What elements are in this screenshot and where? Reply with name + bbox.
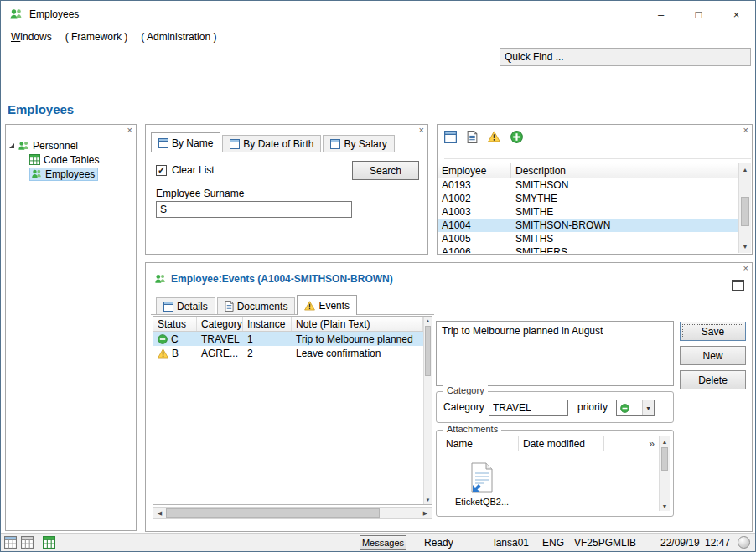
events-panel-title: Employee:Events (A1004-SMITHSON-BROWN) bbox=[171, 273, 393, 285]
scroll-left-icon[interactable]: ◀ bbox=[153, 508, 166, 518]
form-icon bbox=[158, 138, 168, 148]
menu-windows[interactable]: Windows bbox=[4, 31, 59, 43]
delete-button[interactable]: Delete bbox=[680, 370, 746, 389]
scroll-up-icon[interactable]: ▲ bbox=[424, 317, 432, 325]
col-status[interactable]: Status bbox=[153, 317, 197, 331]
title-bar: Employees – □ × bbox=[1, 1, 755, 28]
clear-list-label[interactable]: Clear List bbox=[172, 164, 215, 176]
menu-administration[interactable]: ( Administration ) bbox=[134, 31, 223, 43]
status-user: lansa01 bbox=[494, 537, 529, 549]
search-button[interactable]: Search bbox=[352, 161, 419, 180]
surname-input[interactable] bbox=[156, 201, 352, 218]
scroll-thumb[interactable] bbox=[661, 447, 668, 471]
save-button[interactable]: Save bbox=[680, 322, 746, 341]
close-icon[interactable]: × bbox=[127, 125, 132, 136]
scroll-right-icon[interactable]: ▶ bbox=[419, 508, 432, 518]
category-label: Category bbox=[443, 401, 484, 413]
event-row[interactable]: B AGRE... 2 Leave confirmation bbox=[153, 346, 423, 360]
details-view-icon[interactable] bbox=[444, 131, 457, 143]
table-row[interactable]: A0193SMITHSON bbox=[438, 178, 738, 192]
col-note[interactable]: Note (Plain Text) bbox=[292, 317, 423, 331]
document-icon bbox=[225, 301, 234, 312]
scroll-down-icon[interactable]: ▼ bbox=[739, 240, 751, 253]
tab-label: Events bbox=[318, 300, 350, 312]
close-button[interactable]: × bbox=[717, 1, 755, 28]
tree-item-label: Personnel bbox=[33, 140, 78, 152]
menu-framework[interactable]: ( Framework ) bbox=[59, 31, 135, 43]
results-panel: × Employee Description A0193SMITHSON A10… bbox=[437, 124, 753, 255]
table-row[interactable]: A1003SMITHE bbox=[438, 205, 738, 219]
status-ok-icon bbox=[158, 334, 168, 344]
maximize-pane-icon[interactable] bbox=[732, 280, 744, 291]
warning-icon[interactable] bbox=[488, 131, 500, 142]
scroll-thumb[interactable] bbox=[166, 508, 380, 518]
document-icon[interactable] bbox=[467, 131, 478, 143]
tab-label: By Salary bbox=[344, 138, 386, 150]
form-icon bbox=[330, 139, 340, 149]
tree-item-personnel[interactable]: Personnel bbox=[6, 138, 136, 152]
tree-item-employees[interactable]: Employees bbox=[26, 167, 136, 181]
results-toolbar bbox=[444, 131, 751, 159]
tab-label: By Name bbox=[172, 137, 213, 149]
col-name[interactable]: Name bbox=[442, 436, 519, 451]
scroll-up-icon[interactable]: ▲ bbox=[739, 163, 751, 176]
tab-by-date-of-birth[interactable]: By Date of Birth bbox=[222, 135, 321, 152]
event-row-selected[interactable]: C TRAVEL 1 Trip to Melbourne planned bbox=[153, 332, 423, 346]
tab-by-name[interactable]: By Name bbox=[151, 132, 220, 152]
chevron-down-icon[interactable]: ▾ bbox=[642, 400, 654, 415]
events-horizontal-scrollbar[interactable]: ◀ ▶ bbox=[153, 507, 432, 519]
results-scrollbar[interactable]: ▲ ▼ bbox=[738, 163, 751, 253]
table-row[interactable]: A1006SMITHERS bbox=[438, 245, 738, 253]
clear-list-checkbox[interactable]: ✓ bbox=[156, 165, 167, 176]
tab-events[interactable]: Events bbox=[297, 295, 357, 315]
table-row[interactable]: A1002SMYTHE bbox=[438, 192, 738, 205]
page-title: Employees bbox=[8, 102, 74, 116]
attachment-file-item[interactable]: EticketQB2... bbox=[450, 462, 514, 507]
minimize-button[interactable]: – bbox=[642, 1, 680, 28]
green-grid-icon[interactable] bbox=[43, 536, 56, 549]
tab-label: By Date of Birth bbox=[243, 138, 313, 150]
events-table: Status Category Instance Note (Plain Tex… bbox=[153, 316, 432, 505]
close-icon[interactable]: × bbox=[743, 263, 748, 274]
grid-icon[interactable] bbox=[21, 536, 34, 549]
col-date-modified[interactable]: Date modified bbox=[519, 436, 604, 451]
people-icon bbox=[154, 273, 166, 285]
messages-button[interactable]: Messages bbox=[360, 535, 406, 550]
tab-documents[interactable]: Documents bbox=[217, 297, 296, 314]
tab-by-salary[interactable]: By Salary bbox=[323, 135, 394, 152]
events-vertical-scrollbar[interactable]: ▲ ▼ bbox=[423, 317, 432, 504]
attachments-scrollbar[interactable]: ▲ ▼ bbox=[659, 436, 670, 511]
calendar-grid-icon[interactable] bbox=[4, 536, 18, 549]
col-instance[interactable]: Instance bbox=[243, 317, 292, 331]
people-icon bbox=[31, 168, 42, 179]
scroll-thumb[interactable] bbox=[425, 326, 431, 376]
attachments-group: Attachments Name Date modified » Eticket… bbox=[436, 430, 674, 517]
menu-bar: Windows ( Framework ) ( Administration ) bbox=[1, 28, 755, 46]
status-date: 22/09/19 bbox=[660, 537, 700, 549]
tab-details[interactable]: Details bbox=[156, 297, 215, 314]
expander-icon[interactable] bbox=[9, 143, 14, 148]
quick-find[interactable]: Quick Find ... bbox=[500, 48, 751, 66]
priority-label: priority bbox=[577, 401, 608, 413]
scroll-down-icon[interactable]: ▼ bbox=[660, 501, 670, 511]
priority-dropdown[interactable]: ▾ bbox=[616, 400, 655, 416]
col-description[interactable]: Description bbox=[511, 163, 738, 178]
maximize-button[interactable]: □ bbox=[680, 1, 717, 28]
category-group-legend: Category bbox=[443, 385, 488, 395]
table-row[interactable]: A1005SMITHS bbox=[438, 232, 738, 245]
surname-label: Employee Surname bbox=[156, 188, 244, 199]
add-icon[interactable] bbox=[510, 131, 523, 143]
file-document-icon bbox=[469, 462, 495, 493]
scroll-thumb[interactable] bbox=[741, 197, 749, 226]
chevron-more-icon[interactable]: » bbox=[649, 438, 656, 450]
note-textarea[interactable]: Trip to Melbourne planned in August bbox=[436, 321, 674, 386]
new-button[interactable]: New bbox=[680, 346, 746, 365]
window-title: Employees bbox=[29, 8, 79, 20]
tree-item-code-tables[interactable]: Code Tables bbox=[26, 152, 136, 167]
category-input[interactable] bbox=[489, 400, 568, 416]
col-employee[interactable]: Employee bbox=[438, 163, 511, 178]
col-category[interactable]: Category bbox=[197, 317, 243, 331]
scroll-up-icon[interactable]: ▲ bbox=[660, 436, 670, 446]
scroll-down-icon[interactable]: ▼ bbox=[424, 496, 432, 504]
table-row-selected[interactable]: A1004SMITHSON-BROWN bbox=[438, 219, 738, 232]
